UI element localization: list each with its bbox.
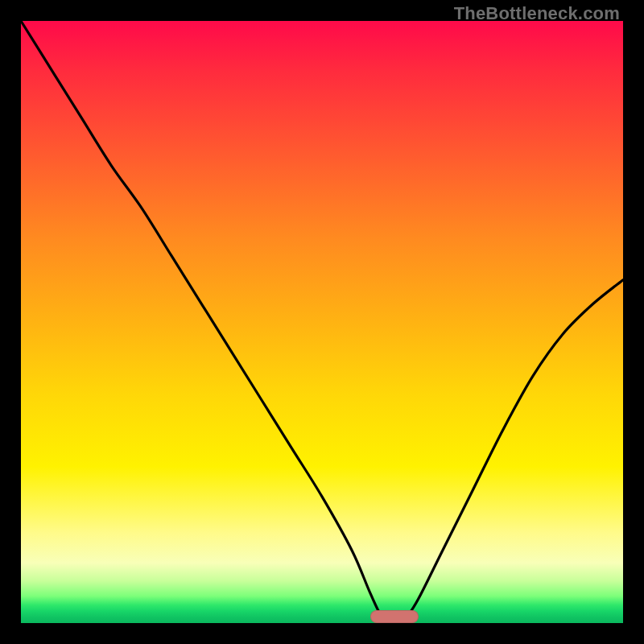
bottleneck-curve	[21, 21, 623, 623]
chart-line-layer	[21, 21, 623, 623]
watermark-text: TheBottleneck.com	[454, 3, 620, 24]
optimal-range-marker	[370, 610, 419, 623]
chart-frame: TheBottleneck.com	[0, 0, 644, 644]
